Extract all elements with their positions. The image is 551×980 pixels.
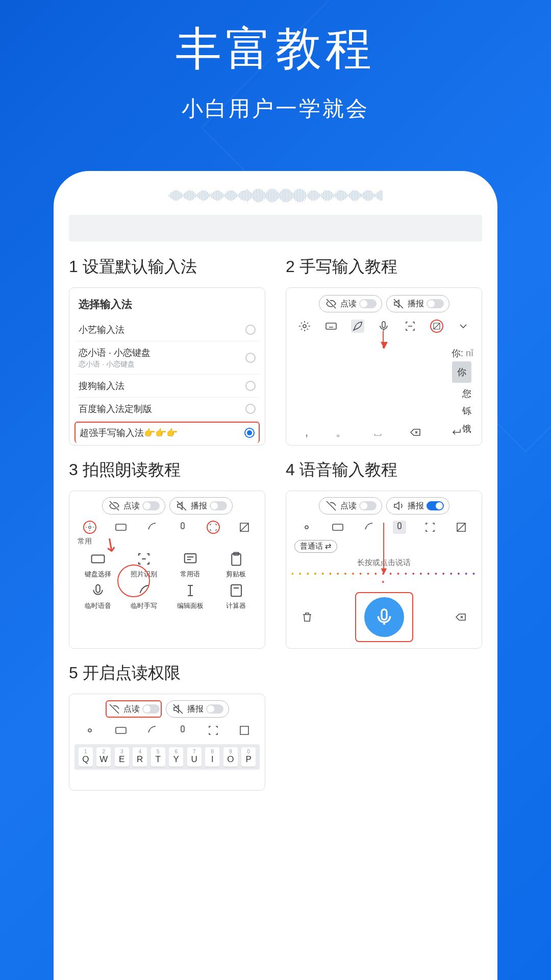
calculator-icon [228,582,245,599]
tool-calculator[interactable]: 计算器 [215,582,258,610]
toggle-on-icon [427,501,444,510]
ime-option-label: 搜狗输入法 [79,380,124,392]
bobao-toggle[interactable]: 播报 [386,295,449,312]
volume-off-icon [175,499,188,512]
tutorial-title-1: 1 设置默认输入法 [69,256,265,278]
bobao-toggle[interactable]: 播报 [166,700,229,718]
gear-icon[interactable] [298,320,311,333]
mic-button[interactable] [364,597,404,637]
phone-mockup: 1 设置默认输入法 选择输入法 小艺输入法 恋小语 · 小恋键盘 恋小语 · 小… [54,171,497,980]
scan-icon[interactable] [207,724,220,737]
keyboard-icon[interactable] [114,724,128,737]
keyboard-icon[interactable] [324,320,338,333]
feather-icon[interactable] [362,521,375,534]
mic-icon[interactable] [176,521,189,534]
feather-icon[interactable] [145,724,158,737]
key-Y[interactable]: 6Y [169,747,183,767]
tool-temp-voice[interactable]: 临时语音 [77,582,119,610]
card-read-permission: 点读 播报 1Q2W3E4R5 [69,694,265,791]
tool-edit-panel[interactable]: 编辑面板 [169,582,212,610]
dianread-label: 点读 [123,704,140,715]
svg-rect-7 [184,554,196,563]
key-I[interactable]: 8I [205,747,219,767]
dianread-toggle[interactable]: 点读 [106,700,162,718]
mic-icon[interactable] [176,724,189,737]
card-handwriting: 点读 播报 [286,287,482,446]
you-label: 你: [452,348,463,358]
key-R[interactable]: 4R [133,747,147,767]
svg-rect-13 [333,524,343,530]
key-O[interactable]: 9O [223,747,238,767]
gear-icon[interactable] [300,521,313,534]
scan-icon[interactable] [423,521,437,534]
toggle-icon [142,704,160,714]
gear-icon[interactable] [83,521,96,534]
key-Q[interactable]: 1Q [79,747,93,767]
space-key[interactable]: ⎵ [374,426,381,439]
scan-icon[interactable] [404,320,417,333]
volume-icon [392,499,405,512]
highlight-arrow: ▼ [379,523,389,573]
svg-rect-10 [96,585,100,593]
scan-icon[interactable] [207,521,220,534]
ime-option-selected[interactable]: 超强手写输入法👉👉👉 [74,422,260,443]
eye-off-icon [108,702,121,716]
collapse-icon[interactable] [238,724,251,737]
chevron-down-icon[interactable] [457,320,470,333]
gear-icon[interactable] [83,724,96,737]
svg-point-12 [305,526,308,529]
feather-icon[interactable] [145,521,158,534]
backspace-icon[interactable] [454,610,467,624]
dianread-label: 点读 [340,299,357,309]
ime-option[interactable]: 百度输入法定制版 [74,398,260,421]
collapse-icon[interactable] [430,320,443,333]
bobao-label: 播报 [408,299,424,309]
key-U[interactable]: 7U [187,747,202,767]
key-W[interactable]: 2W [96,747,111,767]
backspace-icon[interactable] [409,426,422,439]
svg-rect-18 [181,726,184,732]
svg-rect-11 [231,585,241,597]
card-photo-read: 点读 播报 常用 [69,491,265,649]
key-T[interactable]: 5T [151,747,165,767]
key-E[interactable]: 3E [115,747,129,767]
tool-clipboard[interactable]: 剪贴板 [215,550,258,579]
candidate[interactable]: 您 [462,388,471,399]
svg-rect-14 [398,523,401,529]
comma-key[interactable]: , [305,426,308,439]
tool-phrases[interactable]: 常用语 [169,550,212,579]
ime-option[interactable]: 小艺输入法 [74,318,260,341]
candidate[interactable]: 你 [452,361,471,383]
candidate[interactable]: 铄 [462,406,471,416]
trash-icon[interactable] [300,610,314,624]
pinyin-text: nǐ [466,348,473,358]
message-icon [182,550,199,568]
language-switch[interactable]: 普通话 ⇄ [294,540,337,553]
keyboard-icon[interactable] [114,521,128,534]
collapse-icon[interactable] [455,521,468,534]
period-key[interactable]: 。 [336,425,347,440]
toggle-icon [427,299,444,308]
tutorial-cell-4: 4 语音输入教程 点读 播报 [286,459,482,649]
keyboard-toolbar [74,518,260,537]
ime-option[interactable]: 搜狗输入法 [74,375,260,398]
radio-icon [245,325,256,335]
enter-icon[interactable] [449,426,463,439]
mic-icon[interactable] [393,521,406,534]
dianread-toggle[interactable]: 点读 [319,295,382,312]
card-voice-input: 点读 播报 ▼ [286,491,482,649]
keyboard-icon[interactable] [331,521,344,534]
toggle-icon [210,501,227,510]
tutorial-title-5: 5 开启点读权限 [69,662,265,684]
bobao-toggle[interactable]: 播报 [169,497,233,514]
bobao-toggle[interactable]: 播报 [386,497,449,514]
ime-option[interactable]: 恋小语 · 小恋键盘 恋小语 · 小恋键盘 [74,341,260,375]
collapse-icon[interactable] [238,521,251,534]
radio-icon [245,353,256,363]
dianread-toggle[interactable]: 点读 [319,497,382,514]
volume-off-icon [392,297,405,310]
key-P[interactable]: 0P [241,747,256,767]
mic-icon [374,607,394,627]
dianread-toggle[interactable]: 点读 [102,497,165,514]
feather-icon[interactable] [351,320,364,333]
